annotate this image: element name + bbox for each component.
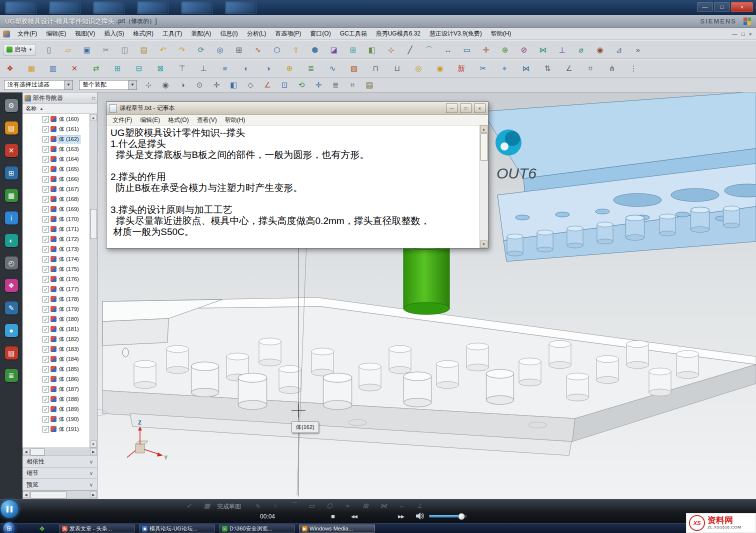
close-button[interactable]: × xyxy=(731,2,753,12)
menu-item[interactable]: 信息(I) xyxy=(216,28,242,40)
snap-midpoint-icon[interactable]: ◑ xyxy=(177,80,188,90)
stitch-icon[interactable]: ⋈ xyxy=(520,62,532,74)
measure-icon[interactable]: ⌀ xyxy=(575,44,587,56)
column-icon[interactable]: ⋮ xyxy=(628,62,640,74)
checkbox-icon[interactable]: ✓ xyxy=(42,346,49,352)
navigator-row[interactable]: ✓ 体 (183) xyxy=(22,344,90,354)
volume-knob[interactable] xyxy=(458,513,465,520)
checkbox-icon[interactable]: ✓ xyxy=(42,416,49,422)
palette-icon[interactable]: ❖ xyxy=(4,278,18,292)
checkbox-icon[interactable]: ✓ xyxy=(42,226,49,232)
boolean-unite-icon[interactable]: ⊕ xyxy=(499,44,511,56)
menu-item[interactable]: 首选项(P) xyxy=(270,28,306,40)
notepad-title-bar[interactable]: 课程章节.txt - 记事本 — □ × xyxy=(106,102,488,115)
pocket-icon[interactable]: ⊔ xyxy=(391,62,403,74)
transform-icon[interactable]: ✕ xyxy=(4,144,18,158)
navigator-column-header[interactable]: 名称 ▲ xyxy=(22,104,97,114)
checkbox-icon[interactable]: ✓ xyxy=(42,116,49,122)
ring-icon[interactable]: ◎ xyxy=(412,62,424,74)
checkbox-icon[interactable]: ✓ xyxy=(42,266,49,272)
checkbox-icon[interactable]: ✓ xyxy=(42,356,49,362)
target-icon[interactable]: ⌖ xyxy=(498,62,510,74)
maximize-button[interactable]: □ xyxy=(460,104,472,113)
checkbox-icon[interactable]: ✓ xyxy=(42,396,49,402)
save-icon[interactable]: ▣ xyxy=(81,44,93,56)
window-preview[interactable] xyxy=(5,1,37,14)
new-mold-tool-icon[interactable]: 新 xyxy=(456,62,468,74)
checkbox-icon[interactable]: ✓ xyxy=(42,386,49,392)
selection-scope-dropdown[interactable]: 整个装配 ▼ xyxy=(79,80,137,90)
info-icon[interactable]: i xyxy=(4,211,18,225)
replace-icon[interactable]: ⇄ xyxy=(90,62,102,74)
checkbox-icon[interactable]: ✓ xyxy=(42,366,49,372)
menu-item[interactable]: 格式(O) xyxy=(164,116,192,124)
window-preview[interactable] xyxy=(225,1,257,14)
checkbox-icon[interactable]: ✓ xyxy=(42,296,49,302)
menu-item[interactable]: 分析(L) xyxy=(242,28,271,40)
delete-face-icon[interactable]: ✕ xyxy=(68,62,80,74)
checkbox-icon[interactable]: ✓ xyxy=(42,336,49,342)
pause-button[interactable] xyxy=(0,500,19,518)
checkbox-icon[interactable]: ✓ xyxy=(42,186,49,192)
checkbox-icon[interactable]: ✓ xyxy=(42,176,49,182)
next-button[interactable]: ▶▶ xyxy=(394,513,408,520)
checkbox-icon[interactable]: ✓ xyxy=(42,196,49,202)
mirror-feature-icon[interactable]: ⋈ xyxy=(537,44,549,56)
fork-icon[interactable]: ⋔ xyxy=(606,62,618,74)
navigator-vertical-scrollbar[interactable]: ▲ ▼ xyxy=(90,114,97,448)
navigator-row[interactable]: ✓ 体 (189) xyxy=(22,404,90,414)
cut-icon[interactable]: ✂ xyxy=(100,44,112,56)
quarter-view-icon[interactable]: ◑ xyxy=(262,62,274,74)
move-object-icon[interactable]: ✛ xyxy=(480,44,492,56)
menu-item[interactable]: 帮助(H) xyxy=(486,28,516,40)
navigator-row[interactable]: ✓ 体 (163) xyxy=(22,144,90,154)
menu-item[interactable]: 窗口(O) xyxy=(306,28,335,40)
menu-item[interactable]: 慧正设计V3.9(免费) xyxy=(425,28,486,40)
rectangle-icon[interactable]: ▭ xyxy=(461,44,473,56)
menu-item[interactable]: 编辑(E) xyxy=(136,116,164,124)
taskbar-button-wmp[interactable]: ▶ Windows Media... xyxy=(299,524,375,532)
checkbox-icon[interactable]: ✓ xyxy=(42,246,49,252)
pattern-feature-icon[interactable]: ⊞ xyxy=(347,44,359,56)
checkbox-icon[interactable]: ✓ xyxy=(42,326,49,332)
mdi-close-icon[interactable]: × xyxy=(749,31,752,37)
bounding-body-icon[interactable]: ▧ xyxy=(348,62,360,74)
navigator-row[interactable]: ✓ 体 (178) xyxy=(22,294,90,304)
checkbox-icon[interactable]: ✓ xyxy=(42,316,49,322)
render-sphere-icon[interactable]: ● xyxy=(4,324,18,338)
volume-icon[interactable] xyxy=(416,512,425,520)
navigator-row[interactable]: ✓ 体 (171) xyxy=(22,224,90,234)
section-view-icon[interactable]: ◪ xyxy=(328,44,340,56)
menu-item[interactable]: 装配(A) xyxy=(186,28,216,40)
pattern-circular-icon[interactable]: ⊠ xyxy=(154,62,166,74)
start-button[interactable]: ⊞ xyxy=(2,522,16,533)
tray-app-icon[interactable]: ❖ xyxy=(38,524,46,532)
navigator-row[interactable]: ✓ 体 (165) xyxy=(22,164,90,174)
checkbox-icon[interactable]: ✓ xyxy=(42,376,49,382)
scroll-thumb[interactable] xyxy=(480,134,488,160)
menu-item[interactable]: 视图(V) xyxy=(70,28,100,40)
open-folder-icon[interactable]: ▱ xyxy=(62,44,74,56)
info-window-icon[interactable]: ▤ xyxy=(364,80,375,90)
scroll-right-icon[interactable]: ▶ xyxy=(90,448,97,455)
checkbox-icon[interactable]: ✓ xyxy=(42,146,49,152)
chamfer-icon[interactable]: ⊿ xyxy=(613,44,625,56)
scroll-right-icon[interactable]: ▶ xyxy=(90,491,97,498)
roles-gear-icon[interactable]: ⚙ xyxy=(4,98,18,112)
half-section-icon[interactable]: ◐ xyxy=(240,62,252,74)
navigator-row[interactable]: ✓ 体 (180) xyxy=(22,314,90,324)
maximize-button[interactable]: □ xyxy=(714,2,730,12)
mdi-restore-icon[interactable]: □ xyxy=(742,31,745,37)
navigator-row[interactable]: ✓ 体 (170) xyxy=(22,214,90,224)
navigator-row[interactable]: ✓ 体 (187) xyxy=(22,384,90,394)
navigator-section[interactable]: 相依性 ∨ xyxy=(22,456,97,468)
scroll-down-icon[interactable]: ▼ xyxy=(90,440,96,448)
mdi-minimize-icon[interactable]: — xyxy=(732,31,738,37)
navigator-row[interactable]: ✓ 体 (166) xyxy=(22,174,90,184)
navigator-row[interactable]: ✓ 体 (184) xyxy=(22,354,90,364)
trim-body-icon[interactable]: ⊘ xyxy=(518,44,530,56)
internet-icon[interactable]: ◐ xyxy=(4,234,18,248)
navigator-row[interactable]: ✓ 体 (182) xyxy=(22,334,90,344)
center-mark-icon[interactable]: ⊕ xyxy=(284,62,296,74)
layer-settings-icon[interactable]: ≣ xyxy=(330,80,341,90)
